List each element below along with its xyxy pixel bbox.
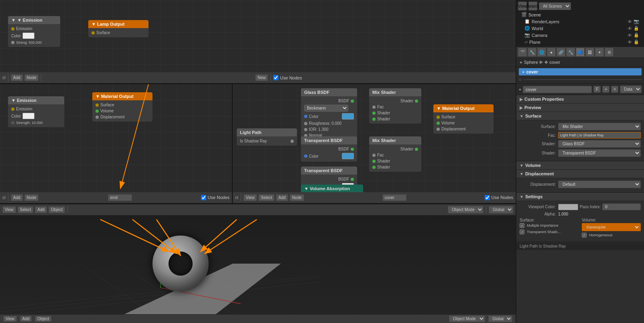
render-layers-item[interactable]: 📋 RenderLayers 👁 📷 — [518, 18, 642, 25]
glass-bsdf-node: Glass BSDF BSDF Beckmann — [301, 88, 357, 140]
scene-item[interactable]: 🎬 Scene — [518, 11, 642, 18]
alpha-prop: Alpha: 1.000 — [520, 212, 641, 216]
texture-icon[interactable]: 🖼 — [585, 48, 594, 57]
use-nodes-bl[interactable] — [201, 195, 206, 200]
select-btn-vp[interactable]: Select — [18, 206, 34, 213]
displacement-section-header[interactable]: ▼ Displacement — [516, 170, 644, 178]
surface-dropdown[interactable]: Mix Shader — [558, 123, 641, 130]
mix-shader-1-node: Mix Shader Shader Fac — [369, 88, 421, 124]
color-swatch-bottom[interactable] — [22, 113, 35, 119]
surface-section-body: Surface: Mix Shader Fac: Light Path | Is… — [516, 120, 644, 161]
viewport-color-swatch[interactable] — [558, 204, 578, 210]
displacement-prop: Displacement: Default — [520, 181, 641, 188]
volume-section-header[interactable]: ▼ Volume — [516, 161, 644, 170]
physics-icon[interactable]: ⚙ — [605, 48, 614, 57]
cover-input-br[interactable] — [382, 194, 406, 201]
breadcrumb: ● Sphere ▶ ◆ cover — [516, 58, 644, 67]
emission-socket — [11, 27, 14, 30]
transparent-shadow-check[interactable] — [520, 230, 524, 234]
emit-input[interactable] — [108, 194, 132, 201]
top-toolbar: ct Add Node New Use Nodes — [0, 72, 516, 83]
use-nodes-br[interactable] — [485, 195, 490, 200]
add-btn-top[interactable]: Add — [11, 74, 23, 81]
select-btn-br[interactable]: Select — [258, 194, 274, 201]
light-path-header: Light Path — [237, 128, 297, 136]
world-item[interactable]: 🌐 World 👁 🔒 — [518, 25, 642, 32]
f-button[interactable]: F — [593, 86, 601, 93]
global-status[interactable]: Global — [488, 315, 512, 322]
node-btn-bl[interactable]: Node — [24, 194, 39, 201]
settings-section-header[interactable]: ▼ Settings — [516, 193, 644, 201]
constraint-icon[interactable]: 🔗 — [557, 48, 565, 57]
add-btn-bl[interactable]: Add — [11, 194, 23, 201]
viewport-area: View Select Add Object Object Mode Globa… — [0, 203, 516, 323]
active-material-slot[interactable]: ● cover — [519, 68, 642, 75]
multiple-importance-check[interactable] — [520, 223, 524, 228]
shader2-dropdown[interactable]: Transparent BSDF — [558, 149, 641, 157]
use-nodes-checkbox-top[interactable] — [273, 75, 278, 80]
all-scenes-select[interactable]: All Scenes — [539, 2, 571, 10]
viewport-3d — [0, 215, 516, 323]
x-button[interactable]: × — [611, 86, 618, 93]
plus-button[interactable]: + — [602, 86, 609, 93]
preview-header[interactable]: ▶ Preview — [516, 104, 644, 112]
object-mode-status[interactable]: Object Mode — [449, 315, 485, 322]
material-icon[interactable]: 🔵 — [576, 48, 585, 57]
right-panel: View Search All Scenes 🎬 Scene 📋 RenderL… — [516, 0, 644, 323]
emission-out-socket — [11, 108, 14, 111]
object-mode-select[interactable]: Object Mode — [448, 206, 484, 213]
settings-section-body: Viewport Color: Pass Index: Alpha: 1.000… — [516, 201, 644, 242]
mix-shader-1-header: Mix Shader — [369, 88, 421, 96]
particles-icon[interactable]: ✦ — [595, 48, 604, 57]
left-panel: ▼ ▼ Emission Emission Color Streng: 500.… — [0, 0, 516, 323]
node-btn-br[interactable]: Node — [290, 194, 304, 201]
render-icon[interactable]: 🎬 — [518, 48, 527, 57]
world-prop-icon[interactable]: 🌐 — [537, 48, 546, 57]
add-status[interactable]: Add — [20, 316, 32, 322]
new-btn-top[interactable]: New — [255, 74, 268, 81]
mix-shader-2-node: Mix Shader Shader Fac — [369, 136, 421, 172]
color-swatch-top[interactable] — [22, 33, 35, 39]
view-btn-vp[interactable]: View — [2, 206, 16, 213]
object-icon[interactable]: ● — [547, 48, 556, 57]
surface-section-header[interactable]: ▼ Surface — [516, 112, 644, 120]
shader1-dropdown[interactable]: Glass BSDF — [558, 140, 641, 148]
homogeneous-check[interactable] — [582, 233, 587, 238]
add-btn-vp[interactable]: Add — [35, 206, 47, 213]
camera-item[interactable]: 📷 Camera 👁 🔒 — [518, 32, 642, 39]
displacement-dropdown[interactable]: Default — [558, 181, 641, 188]
emission-node-top: ▼ ▼ Emission Emission Color Streng: 500.… — [8, 16, 60, 47]
shader1-prop: Shader: Glass BSDF — [520, 140, 641, 148]
material-name-section: ● cover ○ — [516, 67, 644, 84]
equiangular-select[interactable]: Equiangular — [582, 223, 641, 231]
plane-item[interactable]: ▱ Plane 👁 🔒 — [518, 39, 642, 45]
view-status[interactable]: View — [3, 316, 17, 322]
main-container: ▼ ▼ Emission Emission Color Streng: 500.… — [0, 0, 644, 323]
transparent-bsdf-1-node: Transparent BSDF BSDF Color — [301, 136, 357, 162]
scene-object — [152, 236, 209, 292]
custom-properties-header[interactable]: ▶ Custom Properties — [516, 95, 644, 104]
displacement-section-body: Displacement: Default — [516, 178, 644, 193]
transparent-bsdf-1-header: Transparent BSDF — [301, 136, 357, 144]
global-select[interactable]: Global — [489, 206, 513, 213]
search-btn-rp[interactable]: Search — [528, 2, 537, 10]
glass-bsdf-dropdown[interactable]: Beckmann — [304, 105, 348, 112]
add-btn-br[interactable]: Add — [276, 194, 288, 201]
material-name-input[interactable] — [523, 86, 592, 93]
node-btn-top[interactable]: Node — [24, 74, 39, 81]
status-bar: View Add Object Object Mode Global — [0, 314, 516, 323]
scene-icon[interactable]: 🔧 — [528, 48, 536, 57]
view-btn-rp[interactable]: View — [518, 2, 527, 10]
lamp-output-node: ▼ Lamp Output Surface — [88, 20, 148, 37]
emission-top-header: ▼ ▼ Emission — [8, 16, 60, 24]
modifier-icon[interactable]: 🔧 — [566, 48, 575, 57]
object-status[interactable]: Object — [35, 316, 51, 322]
viewport-toolbar: View Select Add Object Object Mode Globa… — [0, 204, 516, 215]
object-btn-vp[interactable]: Object — [49, 206, 65, 213]
lamp-output-header: ▼ Lamp Output — [88, 20, 148, 28]
viewport-color-prop: Viewport Color: Pass Index: — [520, 203, 641, 210]
pass-index-input[interactable] — [602, 203, 641, 210]
fac-prop: Fac: Light Path | Is Shadow Ray — [520, 132, 641, 138]
view-btn-br[interactable]: View — [244, 194, 257, 201]
data-dropdown[interactable]: Data — [620, 85, 642, 93]
